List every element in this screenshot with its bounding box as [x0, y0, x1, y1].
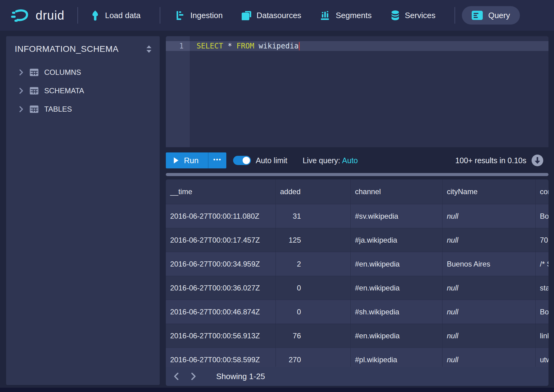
cell-added[interactable]: 76 — [276, 324, 351, 348]
bottom-edge-bar — [0, 388, 554, 392]
nav-item-load-data[interactable]: Load data — [90, 10, 141, 21]
ingestion-icon — [176, 10, 185, 20]
editor-gutter — [166, 36, 190, 147]
previous-page-button[interactable] — [170, 370, 183, 383]
nav-item-segments[interactable]: Segments — [320, 10, 372, 20]
nav-item-query-active[interactable]: Query — [462, 6, 520, 25]
sql-text: SELECT * FROM wikipedia — [190, 41, 548, 51]
cell-comment[interactable]: Bot — [536, 300, 548, 324]
cell-comment[interactable]: sta — [536, 276, 548, 300]
showing-range-label: Showing 1-25 — [216, 372, 265, 381]
druid-logo[interactable]: druid — [11, 8, 64, 23]
nav-item-label: Services — [405, 11, 435, 20]
live-query-value[interactable]: Auto — [342, 156, 358, 165]
cell-comment[interactable]: link — [536, 324, 548, 348]
run-button-label: Run — [184, 156, 199, 165]
cell-added[interactable]: 31 — [276, 204, 351, 228]
sql-editor[interactable]: 1 SELECT * FROM wikipedia — [166, 36, 548, 147]
nav-item-datasources[interactable]: Datasources — [242, 10, 301, 20]
cell-added[interactable]: 0 — [276, 276, 351, 300]
cell-cityname[interactable]: null — [443, 324, 536, 348]
cell-comment[interactable]: /* S — [536, 252, 548, 276]
download-results-button[interactable] — [531, 154, 544, 167]
cell-channel[interactable]: #en.wikipedia — [351, 276, 443, 300]
line-number: 1 — [166, 41, 190, 51]
chevron-right-icon — [191, 372, 196, 380]
nav-item-label: Load data — [105, 11, 141, 20]
cell-added[interactable]: 125 — [276, 228, 351, 252]
column-header-added[interactable]: added — [276, 179, 351, 204]
cell-time[interactable]: 2016-06-27T00:00:17.457Z — [166, 228, 276, 252]
datasources-icon — [242, 10, 252, 20]
cell-channel[interactable]: #sv.wikipedia — [351, 204, 443, 228]
cell-cityname[interactable]: null — [443, 276, 536, 300]
cell-cityname[interactable]: null — [443, 228, 536, 252]
results-header-row: __time added channel cityName comment — [166, 179, 548, 204]
table-icon — [29, 68, 39, 76]
column-header-cityname[interactable]: cityName — [443, 179, 536, 204]
sort-order-button[interactable] — [145, 44, 153, 54]
cell-cityname[interactable]: null — [443, 204, 536, 228]
cell-channel[interactable]: #en.wikipedia — [351, 324, 443, 348]
table-icon — [29, 87, 39, 95]
tree-item-schemata[interactable]: SCHEMATA — [6, 82, 160, 100]
cell-channel[interactable]: #en.wikipedia — [351, 252, 443, 276]
column-header-channel[interactable]: channel — [351, 179, 443, 204]
brand-name: druid — [36, 9, 64, 22]
tree-item-columns[interactable]: COLUMNS — [6, 63, 160, 82]
auto-limit-toggle[interactable] — [233, 156, 251, 165]
double-caret-vertical-icon — [145, 44, 153, 54]
chevron-right-icon — [19, 106, 23, 113]
schema-sidebar-panel: INFORMATION_SCHEMA COLUMNS — [6, 36, 160, 385]
nav-item-label: Ingestion — [190, 11, 223, 20]
schema-tree: COLUMNS SCHEMATA — [6, 63, 160, 118]
more-dots-icon: ••• — [213, 156, 221, 163]
live-query: Live query:Auto — [303, 156, 358, 165]
chevron-right-icon — [19, 69, 23, 76]
cell-comment[interactable]: 70: — [536, 228, 548, 252]
cell-added[interactable]: 0 — [276, 300, 351, 324]
editor-active-line: 1 SELECT * FROM wikipedia — [166, 41, 548, 51]
sql-keyword: SELECT — [197, 42, 223, 50]
schema-title: INFORMATION_SCHEMA — [15, 44, 119, 54]
cell-time[interactable]: 2016-06-27T00:00:34.959Z — [166, 252, 276, 276]
cell-channel[interactable]: #sh.wikipedia — [351, 300, 443, 324]
tree-item-label: COLUMNS — [44, 68, 81, 77]
cell-channel[interactable]: #ja.wikipedia — [351, 228, 443, 252]
toggle-knob — [243, 157, 250, 164]
run-button[interactable]: Run — [166, 152, 208, 168]
pagination-footer: Showing 1-25 — [166, 367, 548, 386]
results-panel: __time added channel cityName comment 20… — [166, 179, 548, 386]
column-header-comment[interactable]: comment — [536, 179, 548, 204]
table-row: 2016-06-27T00:00:34.959Z 2 #en.wikipedia… — [166, 252, 548, 276]
sql-table-name: wikipedia — [259, 42, 298, 50]
nav-item-label: Datasources — [256, 11, 301, 20]
cell-time[interactable]: 2016-06-27T00:00:36.027Z — [166, 276, 276, 300]
chevron-left-icon — [174, 372, 179, 380]
horizontal-scrollbar[interactable] — [166, 173, 548, 176]
sql-star: * — [228, 42, 232, 50]
cell-time[interactable]: 2016-06-27T00:00:56.913Z — [166, 324, 276, 348]
run-more-options-button[interactable]: ••• — [208, 152, 226, 168]
table-row: 2016-06-27T00:00:56.913Z 76 #en.wikipedi… — [166, 324, 548, 348]
table-row: 2016-06-27T00:00:46.874Z 0 #sh.wikipedia… — [166, 300, 548, 324]
nav-item-ingestion[interactable]: Ingestion — [176, 10, 223, 20]
nav-separator — [160, 7, 160, 24]
segments-icon — [320, 10, 331, 20]
nav-separator — [455, 7, 455, 24]
column-header-time[interactable]: __time — [166, 179, 276, 204]
next-page-button[interactable] — [187, 370, 200, 383]
table-row: 2016-06-27T00:00:36.027Z 0 #en.wikipedia… — [166, 276, 548, 300]
cell-added[interactable]: 2 — [276, 252, 351, 276]
tree-item-tables[interactable]: TABLES — [6, 100, 160, 118]
cell-cityname[interactable]: Buenos Aires — [443, 252, 536, 276]
cell-cityname[interactable]: null — [443, 300, 536, 324]
live-query-label: Live query: — [303, 156, 340, 165]
nav-item-services[interactable]: Services — [391, 10, 435, 21]
cell-comment[interactable]: Bot — [536, 204, 548, 228]
cell-time[interactable]: 2016-06-27T00:00:46.874Z — [166, 300, 276, 324]
services-icon — [391, 10, 400, 21]
nav-item-label: Segments — [336, 11, 372, 20]
table-row: 2016-06-27T00:00:11.080Z 31 #sv.wikipedi… — [166, 204, 548, 228]
cell-time[interactable]: 2016-06-27T00:00:11.080Z — [166, 204, 276, 228]
